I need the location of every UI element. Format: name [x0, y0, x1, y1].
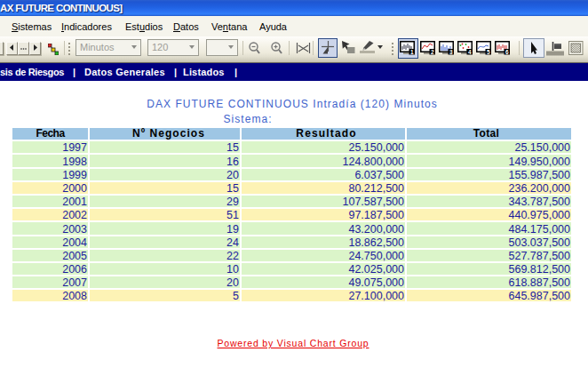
- svg-text:1: 1: [410, 49, 414, 55]
- svg-text:3: 3: [449, 49, 453, 55]
- svg-text:6: 6: [505, 49, 509, 55]
- svg-text:2: 2: [431, 49, 434, 55]
- svg-text:4: 4: [468, 49, 472, 55]
- svg-text:5: 5: [487, 49, 490, 55]
